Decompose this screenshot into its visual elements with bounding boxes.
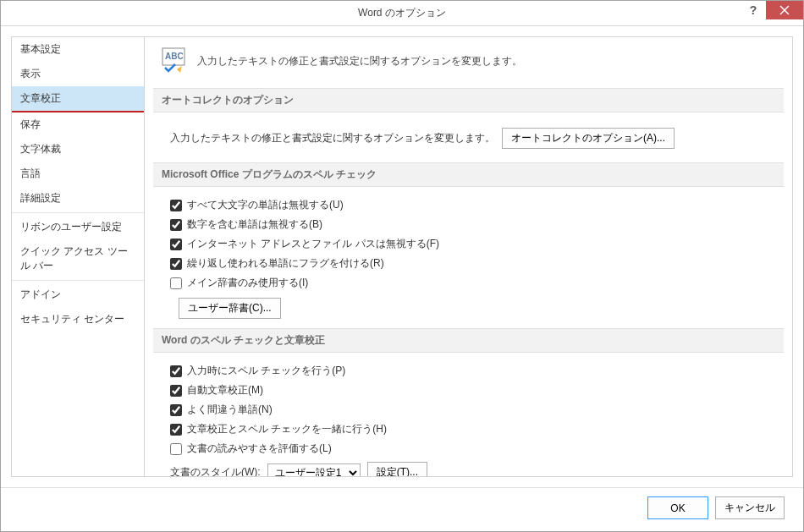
svg-text:ABC: ABC — [165, 52, 184, 61]
checkbox-main-dict-only[interactable] — [170, 277, 182, 289]
checkbox-label: 入力時にスペル チェックを行う(P) — [187, 364, 345, 378]
section-word-proofing-header: Word のスペル チェックと文章校正 — [153, 328, 784, 353]
sidebar-separator — [12, 280, 144, 281]
checkbox-row-confused: よく間違う単語(N) — [162, 400, 775, 420]
checkbox-label: 文章校正とスペル チェックを一緒に行う(H) — [187, 422, 387, 436]
checkbox-row-numbers: 数字を含む単語は無視する(B) — [162, 215, 775, 234]
checkbox-label: 自動文章校正(M) — [187, 383, 263, 398]
checkbox-label: 数字を含む単語は無視する(B) — [187, 217, 322, 232]
checkbox-label: すべて大文字の単語は無視する(U) — [187, 198, 344, 212]
section-autocorrect-header: オートコレクトのオプション — [153, 88, 784, 112]
titlebar: Word のオプション ? — [1, 1, 803, 26]
checkbox-ignore-uppercase[interactable] — [170, 200, 182, 211]
checkbox-flag-repeated[interactable] — [170, 258, 182, 270]
autocorrect-desc: 入力したテキストの修正と書式設定に関するオプションを変更します。 — [170, 131, 495, 145]
options-dialog: Word のオプション ? 基本設定 表示 文章校正 保存 文字体裁 言語 詳細… — [0, 0, 804, 532]
checkbox-row-autogrammar: 自動文章校正(M) — [162, 381, 775, 400]
checkbox-label: よく間違う単語(N) — [187, 403, 273, 417]
sidebar-separator — [12, 212, 144, 213]
sidebar-item-save[interactable]: 保存 — [12, 112, 144, 137]
checkbox-confused-words[interactable] — [170, 404, 182, 416]
checkbox-row-readability: 文書の読みやすさを評価する(L) — [162, 439, 775, 458]
user-dict-row: ユーザー辞書(C)... — [170, 293, 775, 321]
checkbox-row-internet: インターネット アドレスとファイル パスは無視する(F) — [162, 234, 775, 254]
cancel-button[interactable]: キャンセル — [715, 496, 785, 519]
checkbox-auto-grammar[interactable] — [170, 385, 182, 397]
sidebar: 基本設定 表示 文章校正 保存 文字体裁 言語 詳細設定 リボンのユーザー設定 … — [11, 36, 145, 477]
checkbox-label: メイン辞書のみ使用する(I) — [187, 276, 308, 290]
section-spellcheck-header: Microsoft Office プログラムのスペル チェック — [153, 162, 784, 187]
checkbox-spellcheck-typing[interactable] — [170, 365, 182, 377]
checkbox-label: 繰り返し使われる単語にフラグを付ける(R) — [187, 256, 384, 271]
user-dictionaries-button[interactable]: ユーザー辞書(C)... — [179, 298, 281, 319]
writing-style-label: 文書のスタイル(W): — [170, 465, 261, 477]
page-header-text: 入力したテキストの修正と書式設定に関するオプションを変更します。 — [197, 54, 522, 69]
autocorrect-options-button[interactable]: オートコレクトのオプション(A)... — [502, 128, 675, 149]
checkbox-readability[interactable] — [170, 443, 182, 455]
sidebar-item-display[interactable]: 表示 — [12, 62, 144, 86]
dialog-footer: OK キャンセル — [1, 487, 803, 531]
proofing-icon: ABC — [162, 47, 189, 74]
checkbox-grammar-with-spelling[interactable] — [170, 424, 182, 436]
close-icon — [779, 5, 790, 15]
close-button[interactable] — [766, 1, 803, 19]
sidebar-item-addins[interactable]: アドイン — [12, 282, 144, 307]
titlebar-buttons: ? — [741, 1, 803, 23]
checkbox-label: インターネット アドレスとファイル パスは無視する(F) — [187, 237, 439, 251]
checkbox-row-grammar-with-spell: 文章校正とスペル チェックを一緒に行う(H) — [162, 420, 775, 439]
help-button[interactable]: ? — [741, 1, 766, 19]
sidebar-item-proofing[interactable]: 文章校正 — [12, 86, 144, 112]
checkbox-ignore-internet[interactable] — [170, 239, 182, 250]
checkbox-ignore-numbers[interactable] — [170, 219, 182, 231]
sidebar-item-advanced[interactable]: 詳細設定 — [12, 186, 144, 211]
sidebar-item-ribbon[interactable]: リボンのユーザー設定 — [12, 215, 144, 239]
sidebar-item-language[interactable]: 言語 — [12, 162, 144, 186]
sidebar-item-trust[interactable]: セキュリティ センター — [12, 307, 144, 332]
checkbox-row-uppercase: すべて大文字の単語は無視する(U) — [162, 195, 775, 215]
writing-style-row: 文書のスタイル(W): ユーザー設定1 設定(T)... — [162, 458, 775, 477]
checkbox-row-repeated: 繰り返し使われる単語にフラグを付ける(R) — [162, 254, 775, 273]
sidebar-item-general[interactable]: 基本設定 — [12, 37, 144, 62]
checkbox-row-maindict: メイン辞書のみ使用する(I) — [162, 273, 775, 293]
page-header: ABC 入力したテキストの修正と書式設定に関するオプションを変更します。 — [162, 47, 775, 74]
ok-button[interactable]: OK — [647, 496, 708, 519]
sidebar-item-qat[interactable]: クイック アクセス ツール バー — [12, 239, 144, 278]
window-title: Word のオプション — [1, 6, 803, 20]
body-area: 基本設定 表示 文章校正 保存 文字体裁 言語 詳細設定 リボンのユーザー設定 … — [1, 26, 803, 487]
checkbox-label: 文書の読みやすさを評価する(L) — [187, 442, 332, 456]
writing-style-select[interactable]: ユーザー設定1 — [267, 463, 361, 478]
autocorrect-row: 入力したテキストの修正と書式設定に関するオプションを変更します。 オートコレクト… — [162, 121, 775, 156]
content-panel: ABC 入力したテキストの修正と書式設定に関するオプションを変更します。 オート… — [145, 36, 793, 477]
checkbox-row-spellcheck-typing: 入力時にスペル チェックを行う(P) — [162, 361, 775, 381]
sidebar-item-typography[interactable]: 文字体裁 — [12, 137, 144, 162]
settings-button[interactable]: 設定(T)... — [367, 462, 427, 477]
